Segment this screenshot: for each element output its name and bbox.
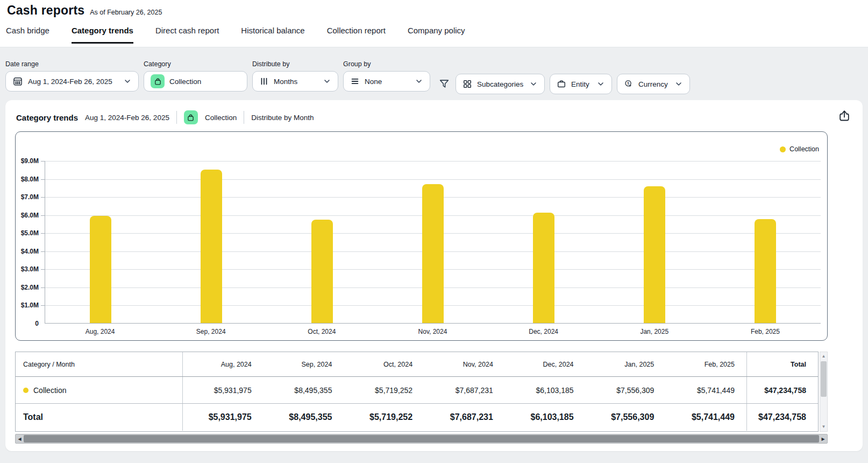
subcategories-select[interactable]: Subcategories <box>456 74 545 94</box>
export-icon <box>838 109 851 122</box>
category-trends-panel: Category trends Aug 1, 2024-Feb 26, 2025… <box>5 100 863 451</box>
y-axis-label: $1.0M <box>21 301 39 309</box>
scroll-left-arrow-icon[interactable]: ◀ <box>16 434 24 443</box>
y-axis-tick <box>41 179 45 180</box>
as-of-date: As of February 26, 2025 <box>90 9 162 16</box>
y-axis-tick <box>41 197 45 198</box>
row-label-text: Total <box>23 412 43 422</box>
scroll-up-arrow-icon[interactable]: ▲ <box>820 353 827 360</box>
distribute-by-group: Distribute by Months <box>252 60 338 92</box>
series-dot <box>23 388 29 393</box>
value-cell: $7,556,309 <box>586 377 666 403</box>
bar-feb-2025[interactable] <box>755 219 776 323</box>
legend-dot <box>780 146 786 152</box>
bar-sep-2024[interactable] <box>201 170 222 323</box>
category-group: Category Collection <box>144 60 247 92</box>
x-axis-label: Oct, 2024 <box>266 328 377 335</box>
filter-funnel-button[interactable] <box>438 74 450 94</box>
bar-dec-2024[interactable] <box>533 213 554 323</box>
distribute-by-select[interactable]: Months <box>252 71 338 92</box>
row-label: Total <box>16 404 183 431</box>
bar-oct-2024[interactable] <box>311 220 333 323</box>
tab-direct-cash-report[interactable]: Direct cash report <box>155 26 219 44</box>
subcategories-group: Subcategories <box>456 74 545 94</box>
total-cell: $47,234,758 <box>746 404 818 431</box>
y-axis-tick <box>41 305 45 306</box>
group-by-label: Group by <box>343 60 430 68</box>
calendar-icon <box>12 76 23 87</box>
x-axis-label: Nov, 2024 <box>377 328 488 335</box>
tab-category-trends[interactable]: Category trends <box>72 26 133 44</box>
entity-select[interactable]: Entity <box>550 74 612 94</box>
date-range-label: Date range <box>5 60 139 68</box>
tab-cash-bridge[interactable]: Cash bridge <box>6 26 49 44</box>
column-header: Feb, 2025 <box>666 352 746 376</box>
horizontal-lines-icon <box>350 76 360 86</box>
bars-layer <box>45 161 821 323</box>
column-header: Aug, 2024 <box>183 352 264 376</box>
currency-select[interactable]: $ Currency <box>617 74 690 94</box>
divider <box>176 111 177 124</box>
value-cell: $5,931,975 <box>183 377 264 403</box>
scroll-right-arrow-icon[interactable]: ▶ <box>819 434 827 443</box>
tab-collection-report[interactable]: Collection report <box>327 26 386 44</box>
chart-legend: Collection <box>780 145 819 153</box>
group-by-value: None <box>365 78 382 86</box>
panel-title: Category trends <box>16 113 78 122</box>
y-axis-label: $8.0M <box>21 176 39 183</box>
chevron-down-icon <box>529 80 538 88</box>
entity-group: Entity <box>550 74 612 94</box>
group-by-select[interactable]: None <box>343 71 430 92</box>
vertical-scroll-thumb[interactable] <box>821 361 827 397</box>
panel-category: Collection <box>205 114 237 122</box>
value-cell: $7,687,231 <box>424 377 505 403</box>
horizontal-scrollbar[interactable]: ◀ ▶ <box>15 434 828 444</box>
column-header: Oct, 2024 <box>344 352 424 376</box>
bar-column-5 <box>488 161 599 323</box>
bar-aug-2024[interactable] <box>90 216 111 323</box>
bar-nov-2024[interactable] <box>422 184 444 323</box>
distribute-by-label: Distribute by <box>252 60 338 68</box>
bar-column-7 <box>710 161 821 323</box>
date-range-select[interactable]: Aug 1, 2024-Feb 26, 2025 <box>5 71 139 92</box>
bar-column-1 <box>45 161 156 323</box>
panel-date-range: Aug 1, 2024-Feb 26, 2025 <box>85 114 169 122</box>
row-label-text: Collection <box>33 386 66 395</box>
y-axis-tick <box>41 161 45 162</box>
total-column-header: Total <box>746 352 818 376</box>
currency-value: Currency <box>638 80 668 88</box>
column-header: Sep, 2024 <box>264 352 344 376</box>
filter-bar: Date range Aug 1, 2024-Feb 26, 2025 Cate… <box>5 60 695 94</box>
x-axis-label: Aug, 2024 <box>45 328 155 335</box>
category-select[interactable]: Collection <box>144 71 247 92</box>
x-axis-label: Jan, 2025 <box>599 328 710 335</box>
vertical-scrollbar[interactable]: ▲ ▼ <box>820 352 828 432</box>
horizontal-scroll-thumb[interactable] <box>24 435 819 443</box>
title-row: Cash reports As of February 26, 2025 <box>7 3 162 18</box>
group-by-group: Group by None <box>343 60 430 92</box>
export-button[interactable] <box>837 108 852 123</box>
svg-text:$: $ <box>627 81 629 85</box>
tab-historical-balance[interactable]: Historical balance <box>241 26 304 44</box>
shopping-bag-icon <box>184 110 198 124</box>
tab-company-policy[interactable]: Company policy <box>408 26 465 44</box>
chevron-down-icon <box>323 77 331 86</box>
table-header-row: Category / MonthAug, 2024Sep, 2024Oct, 2… <box>16 352 818 377</box>
scroll-down-arrow-icon[interactable]: ▼ <box>820 423 827 431</box>
briefcase-icon <box>557 79 566 89</box>
chevron-down-icon <box>123 77 132 86</box>
coin-icon: $ <box>624 79 634 89</box>
panel-header: Category trends Aug 1, 2024-Feb 26, 2025… <box>16 110 314 124</box>
y-axis-label: $6.0M <box>21 212 39 219</box>
bar-jan-2025[interactable] <box>644 186 665 323</box>
value-cell: $5,719,252 <box>344 404 424 431</box>
y-axis-tick <box>41 287 45 288</box>
legend-label: Collection <box>789 145 819 153</box>
x-axis-label: Dec, 2024 <box>488 328 599 335</box>
y-axis-tick <box>41 233 45 234</box>
category-label: Category <box>144 60 247 68</box>
category-value: Collection <box>169 78 201 86</box>
y-axis-label: $2.0M <box>21 284 39 291</box>
y-axis-label: $4.0M <box>21 248 39 255</box>
value-cell: $7,556,309 <box>586 404 666 431</box>
